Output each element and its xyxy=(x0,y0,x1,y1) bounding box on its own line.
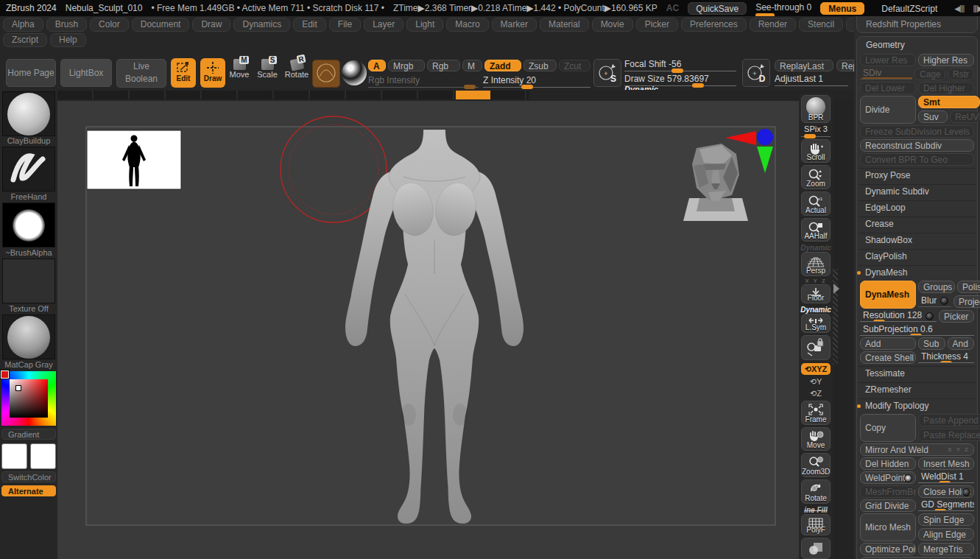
material-thumbnail[interactable] xyxy=(2,314,55,359)
del-higher-button[interactable]: Del Higher xyxy=(918,82,974,94)
dynamic-draw-size-button[interactable]: + D xyxy=(742,59,770,87)
menu-item[interactable]: Brush xyxy=(46,18,87,32)
menu-item[interactable]: Alpha xyxy=(3,18,43,32)
zcut-toggle[interactable]: Zcut xyxy=(559,60,591,71)
menu-item[interactable]: Render xyxy=(750,18,796,32)
rgb-intensity-slider[interactable]: Rgb Intensity xyxy=(368,75,479,88)
zoom-button[interactable]: Zoom xyxy=(801,165,831,189)
del-lower-button[interactable]: Del Lower xyxy=(860,82,916,94)
brush-thumbnail[interactable] xyxy=(2,91,55,136)
zsub-toggle[interactable]: Zsub xyxy=(524,60,557,71)
del-hidden-button[interactable]: Del Hidden xyxy=(860,457,916,470)
reference-thumbnail[interactable] xyxy=(87,130,181,189)
convert-bpr-button[interactable]: Convert BPR To Geo xyxy=(860,153,974,166)
proxy-pose-section[interactable]: Proxy Pose xyxy=(858,168,976,182)
rotate-xyz-button[interactable]: ⟲XYZ xyxy=(801,363,831,375)
menu-item[interactable]: Edit xyxy=(293,18,326,32)
viewport-canvas[interactable] xyxy=(57,101,799,559)
paste-replace-button[interactable]: Paste Replace xyxy=(918,429,980,441)
add-toggle[interactable]: Add xyxy=(860,337,916,350)
crease-section[interactable]: Crease xyxy=(858,217,976,231)
grid-divide-button[interactable]: Grid Divide xyxy=(860,499,916,512)
lower-res-button[interactable]: Lower Res xyxy=(860,54,916,66)
copy-button[interactable]: Copy xyxy=(860,414,916,442)
focal-shift-slider[interactable]: Focal Shift -56 xyxy=(624,59,736,71)
menu-item[interactable]: Help xyxy=(50,33,86,47)
sdiv-slider[interactable]: SDiv xyxy=(860,68,912,80)
current-material-thumbnail[interactable] xyxy=(342,60,367,85)
groups-toggle[interactable]: Groups xyxy=(918,281,955,293)
mesh-from-brush-button[interactable]: MeshFromBrush xyxy=(860,485,916,498)
claypolish-section[interactable]: ClayPolish xyxy=(858,249,976,263)
menu-item[interactable]: File xyxy=(329,18,361,32)
store-camera-button[interactable] xyxy=(801,335,831,360)
timeline-active-segment[interactable] xyxy=(456,91,490,99)
focal-shift-handle[interactable] xyxy=(671,68,683,73)
quicksave-button[interactable]: QuickSave xyxy=(688,2,747,15)
create-shell-button[interactable]: Create Shell xyxy=(860,351,916,364)
polish-toggle[interactable]: Polish xyxy=(957,281,980,293)
freeze-subdivision-button[interactable]: Freeze SubDivision Levels xyxy=(860,125,974,138)
transparency-button[interactable] xyxy=(801,538,831,559)
home-page-button[interactable]: Home Page xyxy=(6,59,56,87)
close-holes-button[interactable]: Close Holes xyxy=(918,485,974,498)
resolution-slider[interactable]: Resolution 128 xyxy=(860,310,937,322)
adjust-last-slider[interactable]: AdjustLast 1 xyxy=(775,74,848,86)
dynamesh-button[interactable]: DynaMesh xyxy=(860,281,916,309)
menu-item[interactable]: Document xyxy=(132,18,190,32)
rgb-intensity-handle[interactable] xyxy=(464,85,476,89)
sv-marker[interactable] xyxy=(15,385,21,391)
sdiv-bar[interactable] xyxy=(861,77,912,80)
dynamic-subdiv-section[interactable]: Dynamic Subdiv xyxy=(858,184,976,198)
saturation-value-square[interactable] xyxy=(10,379,48,418)
switchcolor-button[interactable]: SwitchColor xyxy=(1,471,56,482)
optimize-points-button[interactable]: Optimize Points xyxy=(860,543,916,555)
menu-item[interactable]: Material xyxy=(540,18,589,32)
spix-slider[interactable]: SPix 3 xyxy=(801,124,831,137)
lightbox-button[interactable]: LightBox xyxy=(60,59,112,87)
texture-thumbnail[interactable] xyxy=(2,259,55,303)
welddist-handle[interactable] xyxy=(939,481,951,483)
menu-item[interactable]: Dynamics xyxy=(233,18,290,32)
reuv-button[interactable]: ReUV xyxy=(950,110,979,123)
edit-button[interactable]: Edit xyxy=(171,58,196,88)
resolution-handle[interactable] xyxy=(873,320,885,322)
rgb-toggle[interactable]: Rgb xyxy=(427,60,460,71)
rotate-y-button[interactable]: ⟲Y xyxy=(810,377,822,387)
scroll-button[interactable]: Scroll xyxy=(801,139,831,164)
replay-last-button[interactable]: ReplayLast xyxy=(775,60,833,71)
axis-z-icon[interactable] xyxy=(757,129,773,145)
current-brush-thumbnail[interactable] xyxy=(312,60,340,88)
main-color-swatch[interactable] xyxy=(1,443,27,469)
rotate-3d-button[interactable]: Rotate xyxy=(801,479,831,504)
menu-item[interactable]: Picker xyxy=(636,18,678,32)
mirror-and-weld-button[interactable]: Mirror And Weld X Y Z xyxy=(860,443,974,456)
move-3d-button[interactable]: Move xyxy=(801,427,831,451)
divide-button[interactable]: Divide xyxy=(860,96,916,124)
rotate-z-button[interactable]: ⟲Z xyxy=(810,389,822,398)
menu-item[interactable]: Zscript xyxy=(3,33,47,47)
mrgb-toggle[interactable]: Mrgb xyxy=(388,60,425,71)
modify-topology-section[interactable]: Modify Topology xyxy=(858,398,976,412)
scale-button[interactable]: S Scale xyxy=(255,59,280,79)
resolution-radio[interactable] xyxy=(926,312,934,320)
micro-mesh-button[interactable]: Micro Mesh xyxy=(860,513,916,541)
collapse-left-shelf-icon[interactable]: ◀|||| xyxy=(954,4,964,13)
cage-button[interactable]: Cage xyxy=(914,68,945,80)
stroke-thumbnail[interactable] xyxy=(2,147,55,191)
geometry-title[interactable]: Geometry xyxy=(857,37,977,52)
rstr-button[interactable]: Rstr xyxy=(948,68,974,80)
collapse-right-shelf-icon[interactable]: ||||▶ xyxy=(973,4,980,13)
suv-toggle[interactable]: Suv xyxy=(918,110,948,123)
project-toggle[interactable]: Project xyxy=(953,295,980,308)
menu-item[interactable]: Layer xyxy=(364,18,403,32)
default-zscript-button[interactable]: DefaultZScript xyxy=(873,2,945,15)
edgeloop-section[interactable]: EdgeLoop xyxy=(858,200,976,214)
welddist-slider[interactable]: WeldDist 1 xyxy=(918,471,974,483)
weldpoints-radio[interactable] xyxy=(904,474,912,482)
z-intensity-handle[interactable] xyxy=(521,85,533,89)
menu-item[interactable]: Marker xyxy=(492,18,537,32)
live-boolean-button[interactable]: Live Boolean xyxy=(116,59,166,88)
redshift-properties-section[interactable]: Redshift Properties xyxy=(856,16,978,33)
subprojection-slider[interactable]: SubProjection 0.6 xyxy=(860,324,974,336)
